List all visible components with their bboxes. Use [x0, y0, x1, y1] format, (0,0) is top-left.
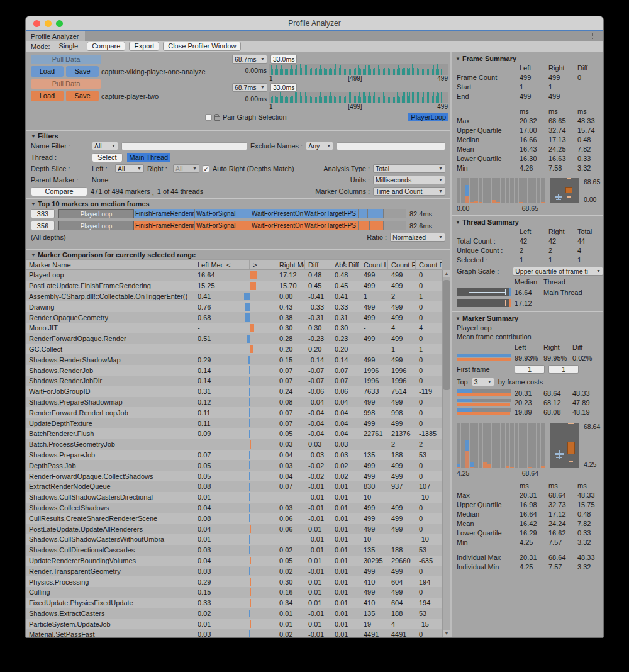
table-row[interactable]: CullResults.CreateSharedRendererScene0.0…: [26, 513, 442, 524]
collapse-triangle-icon[interactable]: ▼: [31, 201, 36, 207]
table-row[interactable]: Shadows.CollectShadows0.040.03-0.010.014…: [26, 503, 442, 513]
exclude-mode-dropdown[interactable]: Any▼: [306, 142, 333, 150]
table-row[interactable]: Batch.ProcessGeometryJob-0.030.030.03-22: [26, 439, 442, 450]
mode-single-button[interactable]: Single: [54, 42, 84, 51]
top-count-dropdown[interactable]: 3▼: [472, 378, 494, 386]
table-row[interactable]: Shadows.PrepareJob0.070.04-0.030.0313518…: [26, 450, 442, 461]
table-row[interactable]: Mono.JIT-0.300.300.30-44: [26, 323, 442, 333]
table-row[interactable]: Shadows.PrepareShadowmap0.120.08-0.040.0…: [26, 397, 442, 408]
depth-right-dropdown[interactable]: All▼: [173, 164, 199, 173]
frame-graph-left[interactable]: 68.7ms▼ 33.0ms 0.00ms 1: [232, 54, 448, 82]
top10-marker-segment[interactable]: [374, 221, 384, 230]
table-row[interactable]: FixedUpdate.PhysicsFixedUpdate0.330.340.…: [26, 598, 442, 608]
save-button-left[interactable]: Save: [66, 66, 99, 77]
top10-marker-segment[interactable]: WaitForTargetFPS: [303, 209, 359, 218]
top10-marker-segment[interactable]: [359, 209, 364, 218]
collapse-triangle-icon[interactable]: ▼: [455, 56, 460, 62]
table-row[interactable]: UpdateRendererBoundingVolumes0.040.050.0…: [26, 556, 442, 566]
range-dropdown-right[interactable]: 68.7ms▼: [232, 83, 267, 92]
frame-plot-left[interactable]: [269, 64, 448, 75]
top10-marker-segment[interactable]: FinishFrameRendering: [134, 221, 195, 230]
table-row[interactable]: Shadows.ExtractCasters0.020.01-0.010.011…: [26, 608, 442, 619]
table-row[interactable]: WaitForJobGroupID0.310.24-0.060.06763375…: [26, 386, 442, 397]
table-row[interactable]: Shadows.CullShadowCastersWithoutUmbra0.0…: [26, 534, 442, 545]
export-button[interactable]: Export: [129, 42, 159, 51]
top10-marker-segment[interactable]: [372, 209, 384, 218]
top10-marker-segment[interactable]: WaitForPresentOnG: [250, 209, 303, 218]
graph-scale-dropdown[interactable]: Upper quartile of frame ti▼: [513, 267, 603, 276]
range-dropdown-left[interactable]: 68.7ms▼: [232, 55, 267, 64]
top10-playerloop-segment[interactable]: PlayerLoop: [58, 209, 134, 218]
compare-button[interactable]: Compare: [31, 187, 87, 196]
top10-marker-segment[interactable]: FinishFrameRendering: [134, 209, 195, 218]
top10-row[interactable]: 383PlayerLoopFinishFrameRenderingWaitFor…: [31, 208, 445, 219]
table-row[interactable]: GC.Collect-0.200.200.20-11: [26, 344, 442, 355]
close-profiler-button[interactable]: Close Profiler Window: [163, 42, 241, 51]
table-row[interactable]: PostLateUpdate.FinishFrameRendering15.25…: [26, 281, 442, 291]
marker-histogram[interactable]: [457, 423, 545, 468]
column-header--[interactable]: <: [223, 260, 250, 269]
table-row[interactable]: Physics.Processing0.290.300.010.01410604…: [26, 576, 442, 587]
marker-columns-dropdown[interactable]: Time and Count▼: [373, 187, 445, 196]
column-header-right-median[interactable]: Right Median: [276, 260, 305, 269]
selected-marker-chip[interactable]: PlayerLoop: [408, 113, 448, 121]
collapse-triangle-icon[interactable]: ▼: [455, 316, 460, 322]
table-row[interactable]: RenderForward.RenderLoopJob0.110.07-0.04…: [26, 407, 442, 418]
column-header-marker-name[interactable]: Marker Name: [26, 260, 194, 269]
scrollbar-thumb[interactable]: [443, 280, 450, 390]
top10-marker-segment[interactable]: WaitForTargetFPS: [303, 221, 359, 230]
column-header-count-diff[interactable]: Count Diff: [416, 260, 442, 269]
load-button-right[interactable]: Load: [31, 91, 64, 101]
top10-marker-segment[interactable]: [359, 221, 365, 230]
mode-compare-button[interactable]: Compare: [87, 42, 125, 51]
column-header-left-median[interactable]: Left Median: [194, 260, 223, 269]
name-filter-input[interactable]: [121, 142, 247, 150]
ratio-dropdown[interactable]: Normalized▼: [390, 233, 445, 242]
top10-marker-segment[interactable]: [365, 221, 370, 230]
collapse-triangle-icon[interactable]: ▼: [455, 220, 460, 225]
table-row[interactable]: PlayerLoop16.6417.120.480.484994990: [26, 270, 442, 281]
table-row[interactable]: ExtractRenderNodeQueue0.080.07-0.010.018…: [26, 481, 442, 492]
table-row[interactable]: PostLateUpdate.UpdateAllRenderers0.040.0…: [26, 524, 442, 534]
depth-left-dropdown[interactable]: All▼: [115, 164, 144, 173]
table-row[interactable]: BatchRenderer.Flush0.090.05-0.040.042276…: [26, 428, 442, 439]
top10-marker-segment[interactable]: WaitForSignal: [195, 221, 250, 230]
table-row[interactable]: Render.OpaqueGeometry0.680.38-0.310.3149…: [26, 312, 442, 323]
exclude-names-input[interactable]: [337, 142, 445, 150]
column-header-count-right[interactable]: Count Right: [388, 260, 416, 269]
column-header-count-left[interactable]: Count Left: [360, 260, 388, 269]
table-row[interactable]: Shadows.RenderJob0.140.07-0.070.07199619…: [26, 365, 442, 376]
table-row[interactable]: DepthPass.Job0.050.03-0.020.024994990: [26, 460, 442, 471]
table-row[interactable]: Shadows.RenderJobDir0.140.07-0.070.07199…: [26, 376, 442, 386]
top10-marker-segment[interactable]: WaitForPresentOn: [250, 221, 303, 230]
table-row[interactable]: Shadows.RenderShadowMap0.290.15-0.140.14…: [26, 354, 442, 365]
tab-profile-analyzer[interactable]: Profile Analyzer: [26, 31, 85, 41]
top10-playerloop-segment[interactable]: PlayerLoop: [58, 221, 134, 230]
table-row[interactable]: UpdateDepthTexture0.110.07-0.040.0449949…: [26, 418, 442, 428]
vertical-scrollbar[interactable]: ▲ ▼: [442, 270, 450, 637]
thread-select-button[interactable]: Select: [92, 153, 123, 162]
table-row[interactable]: ParticleSystem.UpdateJob0.010.010.010.01…: [26, 619, 442, 629]
top10-row[interactable]: 356PlayerLoopFinishFrameRenderingWaitFor…: [31, 220, 445, 231]
units-dropdown[interactable]: Milliseconds▼: [373, 176, 445, 184]
title-bar[interactable]: Profile Analyzer: [26, 16, 603, 30]
kebab-menu-icon[interactable]: [589, 32, 596, 40]
scroll-down-arrow-icon[interactable]: ▼: [443, 630, 450, 637]
frame-graph-right[interactable]: 68.7ms▼ 33.0ms 0.00ms 1: [232, 82, 448, 110]
table-row[interactable]: Render.TransparentGeometry0.030.02-0.010…: [26, 566, 442, 576]
table-row[interactable]: RenderForwardOpaque.Render0.510.28-0.230…: [26, 333, 442, 344]
table-row[interactable]: Shadows.CullDirectionalCascades0.030.02-…: [26, 545, 442, 556]
column-header-abs-diff[interactable]: Abs Diff▴: [331, 260, 360, 269]
first-frame-left-button[interactable]: 1: [515, 365, 545, 374]
column-header-diff[interactable]: Diff: [305, 260, 331, 269]
table-row[interactable]: Culling0.150.160.010.014994990: [26, 587, 442, 598]
scroll-up-arrow-icon[interactable]: ▲: [443, 270, 450, 277]
load-button-left[interactable]: Load: [31, 66, 64, 77]
collapse-triangle-icon[interactable]: ▼: [31, 252, 36, 258]
table-row[interactable]: Drawing0.760.43-0.330.334994990: [26, 301, 442, 312]
save-button-right[interactable]: Save: [66, 91, 99, 101]
collapse-triangle-icon[interactable]: ▼: [31, 133, 36, 139]
top10-marker-segment[interactable]: WaitForSignal: [195, 209, 250, 218]
auto-right-checkbox[interactable]: ✓: [203, 165, 209, 172]
analysis-type-dropdown[interactable]: Total▼: [373, 164, 445, 173]
